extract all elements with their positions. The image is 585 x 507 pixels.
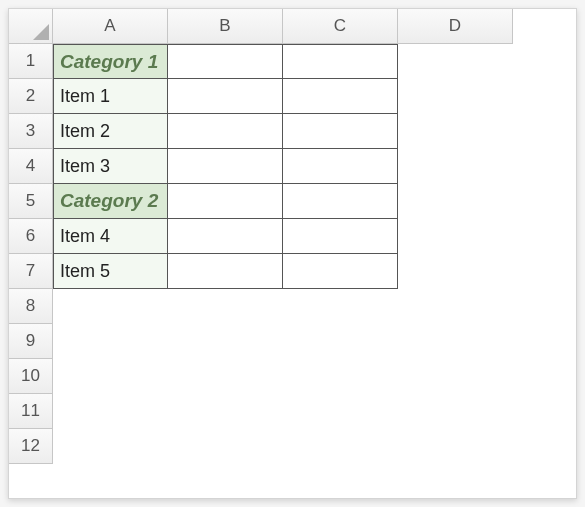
- cell-B8[interactable]: [168, 289, 283, 324]
- cell-C12[interactable]: [283, 429, 398, 464]
- row-header-6[interactable]: 6: [9, 219, 53, 254]
- cell-D12[interactable]: [398, 429, 513, 464]
- cell-C3[interactable]: [283, 114, 398, 149]
- cell-C9[interactable]: [283, 324, 398, 359]
- cell-C10[interactable]: [283, 359, 398, 394]
- cell-D8[interactable]: [398, 289, 513, 324]
- cell-B4[interactable]: [168, 149, 283, 184]
- cell-B3[interactable]: [168, 114, 283, 149]
- col-header-D[interactable]: D: [398, 9, 513, 44]
- cell-D9[interactable]: [398, 324, 513, 359]
- cell-D10[interactable]: [398, 359, 513, 394]
- row-header-2[interactable]: 2: [9, 79, 53, 114]
- row-header-11[interactable]: 11: [9, 394, 53, 429]
- row-header-12[interactable]: 12: [9, 429, 53, 464]
- cell-A12[interactable]: [53, 429, 168, 464]
- cell-C5[interactable]: [283, 184, 398, 219]
- cell-D2[interactable]: [398, 79, 513, 114]
- spreadsheet-grid: A B C D 1 Category 1 2 Item 1 3 Item 2 4…: [9, 9, 576, 464]
- cell-C8[interactable]: [283, 289, 398, 324]
- cell-B2[interactable]: [168, 79, 283, 114]
- cell-C11[interactable]: [283, 394, 398, 429]
- cell-B6[interactable]: [168, 219, 283, 254]
- cell-D11[interactable]: [398, 394, 513, 429]
- row-header-9[interactable]: 9: [9, 324, 53, 359]
- cell-A10[interactable]: [53, 359, 168, 394]
- select-all-corner[interactable]: [9, 9, 53, 44]
- cell-A8[interactable]: [53, 289, 168, 324]
- cell-D3[interactable]: [398, 114, 513, 149]
- cell-B5[interactable]: [168, 184, 283, 219]
- row-header-10[interactable]: 10: [9, 359, 53, 394]
- row-header-1[interactable]: 1: [9, 44, 53, 79]
- cell-A4[interactable]: Item 3: [53, 149, 168, 184]
- row-header-8[interactable]: 8: [9, 289, 53, 324]
- row-header-4[interactable]: 4: [9, 149, 53, 184]
- cell-D7[interactable]: [398, 254, 513, 289]
- cell-C6[interactable]: [283, 219, 398, 254]
- row-header-3[interactable]: 3: [9, 114, 53, 149]
- cell-C2[interactable]: [283, 79, 398, 114]
- cell-A5[interactable]: Category 2: [53, 184, 168, 219]
- cell-C1[interactable]: [283, 44, 398, 79]
- cell-C7[interactable]: [283, 254, 398, 289]
- cell-A7[interactable]: Item 5: [53, 254, 168, 289]
- cell-D5[interactable]: [398, 184, 513, 219]
- cell-D4[interactable]: [398, 149, 513, 184]
- cell-A9[interactable]: [53, 324, 168, 359]
- row-header-5[interactable]: 5: [9, 184, 53, 219]
- cell-D6[interactable]: [398, 219, 513, 254]
- cell-B10[interactable]: [168, 359, 283, 394]
- cell-B1[interactable]: [168, 44, 283, 79]
- cell-B11[interactable]: [168, 394, 283, 429]
- col-header-C[interactable]: C: [283, 9, 398, 44]
- cell-B9[interactable]: [168, 324, 283, 359]
- cell-A3[interactable]: Item 2: [53, 114, 168, 149]
- col-header-B[interactable]: B: [168, 9, 283, 44]
- cell-A1[interactable]: Category 1: [53, 44, 168, 79]
- cell-B12[interactable]: [168, 429, 283, 464]
- cell-B7[interactable]: [168, 254, 283, 289]
- cell-C4[interactable]: [283, 149, 398, 184]
- cell-A6[interactable]: Item 4: [53, 219, 168, 254]
- cell-D1[interactable]: [398, 44, 513, 79]
- col-header-A[interactable]: A: [53, 9, 168, 44]
- cell-A11[interactable]: [53, 394, 168, 429]
- cell-A2[interactable]: Item 1: [53, 79, 168, 114]
- spreadsheet-container: A B C D 1 Category 1 2 Item 1 3 Item 2 4…: [8, 8, 577, 499]
- row-header-7[interactable]: 7: [9, 254, 53, 289]
